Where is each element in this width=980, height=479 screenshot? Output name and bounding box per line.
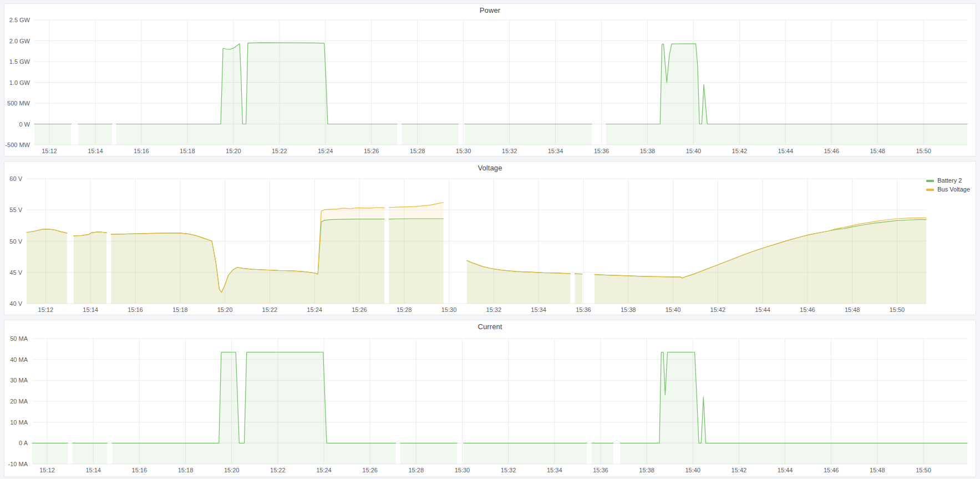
series-area-power [34, 124, 71, 145]
legend-item-battery-2[interactable]: Battery 2 [926, 177, 970, 184]
x-tick-label: 15:40 [686, 148, 702, 154]
y-tick-label: 2.5 GW [9, 17, 31, 23]
panel-title-voltage[interactable]: Voltage [4, 162, 976, 174]
x-tick-label: 15:26 [364, 148, 379, 154]
series-area-bus-voltage [389, 203, 443, 304]
x-tick-label: 15:20 [224, 467, 240, 473]
x-tick-label: 15:48 [870, 467, 885, 473]
x-tick-label: 15:38 [621, 306, 636, 313]
panel-current: Current 50 MA40 MA30 MA20 MA10 MA0 A-10 … [4, 320, 976, 477]
x-tick-label: 15:18 [178, 467, 194, 473]
x-tick-label: 15:42 [732, 148, 748, 154]
x-tick-label: 15:22 [262, 306, 278, 313]
panel-title-power[interactable]: Power [4, 4, 976, 16]
x-tick-label: 15:30 [456, 148, 471, 154]
y-tick-label: 50 V [9, 238, 22, 245]
current-plot[interactable]: 50 MA40 MA30 MA20 MA10 MA0 A-10 MA15:121… [4, 332, 976, 478]
y-tick-label: 40 MA [10, 356, 28, 363]
x-tick-label: 15:48 [845, 306, 860, 313]
y-tick-label: 60 V [9, 175, 22, 182]
panel-title-current[interactable]: Current [4, 320, 976, 332]
x-tick-label: 15:22 [272, 148, 287, 154]
x-tick-label: 15:32 [486, 306, 502, 313]
y-tick-label: 30 MA [10, 377, 28, 384]
y-tick-label: 50 MA [10, 335, 28, 342]
x-tick-label: 15:14 [83, 306, 98, 313]
legend-item-bus-voltage[interactable]: Bus Voltage [926, 186, 970, 193]
voltage-chart[interactable]: 60 V55 V50 V45 V40 V15:1215:1415:1615:18… [4, 174, 976, 316]
x-tick-label: 15:26 [352, 306, 367, 313]
x-tick-label: 15:30 [441, 306, 457, 313]
series-area-bus-voltage [111, 208, 384, 304]
series-area-bus-voltage [74, 232, 106, 304]
y-tick-label: 500 MW [7, 100, 31, 107]
x-tick-label: 15:16 [134, 148, 149, 154]
series-area-current [592, 443, 613, 464]
x-tick-label: 15:12 [38, 306, 54, 313]
x-tick-label: 15:42 [732, 467, 747, 473]
y-tick-label: 2.0 GW [9, 38, 31, 44]
current-chart[interactable]: 50 MA40 MA30 MA20 MA10 MA0 A-10 MA15:121… [4, 332, 976, 478]
x-tick-label: 15:48 [870, 148, 885, 154]
x-tick-label: 15:42 [710, 306, 726, 313]
x-tick-label: 15:40 [685, 467, 700, 473]
power-chart[interactable]: 2.5 GW2.0 GW1.5 GW1.0 GW500 MW0 W-500 MW… [4, 16, 976, 157]
y-tick-label: 10 MA [10, 419, 28, 426]
y-tick-label: -10 MA [8, 461, 28, 467]
voltage-legend: Battery 2Bus Voltage [926, 177, 970, 193]
x-tick-label: 15:16 [128, 306, 143, 313]
x-tick-label: 15:20 [226, 148, 241, 154]
y-tick-label: 40 V [9, 300, 22, 307]
x-tick-label: 15:14 [85, 467, 101, 473]
y-tick-label: -500 MW [5, 142, 30, 148]
y-tick-label: 20 MA [10, 398, 28, 405]
x-tick-label: 15:34 [548, 148, 563, 154]
x-tick-label: 15:24 [316, 467, 332, 473]
x-tick-label: 15:34 [531, 306, 546, 313]
series-area-bus-voltage [467, 260, 571, 304]
x-tick-label: 15:38 [639, 467, 654, 473]
series-area-power [116, 43, 397, 145]
x-tick-label: 15:18 [180, 148, 195, 154]
x-tick-label: 15:36 [576, 306, 591, 313]
series-area-current [400, 443, 457, 464]
x-tick-label: 15:32 [501, 467, 516, 473]
panel-voltage: Voltage 60 V55 V50 V45 V40 V15:1215:1415… [4, 161, 976, 315]
x-tick-label: 15:50 [890, 306, 905, 313]
x-tick-label: 15:46 [800, 306, 815, 313]
series-line-power [606, 44, 967, 124]
series-area-bus-voltage [575, 274, 582, 304]
y-tick-label: 0 A [19, 440, 28, 446]
x-tick-label: 15:40 [666, 306, 681, 313]
series-area-current [112, 352, 395, 464]
series-area-power [402, 124, 458, 145]
voltage-plot[interactable]: 60 V55 V50 V45 V40 V15:1215:1415:1615:18… [4, 174, 976, 316]
series-area-current [620, 352, 967, 464]
x-tick-label: 15:16 [132, 467, 148, 473]
series-area-bus-voltage [27, 229, 67, 304]
series-area-power [465, 124, 592, 145]
x-tick-label: 15:28 [397, 306, 412, 313]
x-tick-label: 15:32 [502, 148, 517, 154]
y-tick-label: 0 W [19, 121, 30, 128]
x-tick-label: 15:44 [778, 148, 794, 154]
legend-swatch [926, 180, 934, 182]
x-tick-label: 15:38 [640, 148, 656, 154]
x-tick-label: 15:14 [88, 148, 103, 154]
power-plot[interactable]: 2.5 GW2.0 GW1.5 GW1.0 GW500 MW0 W-500 MW… [4, 16, 976, 157]
x-tick-label: 15:44 [778, 467, 793, 473]
series-area-power [78, 124, 112, 145]
series-area-power [606, 44, 967, 145]
x-tick-label: 15:24 [318, 148, 333, 154]
y-tick-label: 45 V [9, 269, 22, 276]
legend-label: Bus Voltage [937, 186, 970, 193]
x-tick-label: 15:44 [755, 306, 770, 313]
x-tick-label: 15:46 [824, 467, 839, 473]
x-tick-label: 15:46 [824, 148, 840, 154]
y-tick-label: 1.0 GW [9, 79, 31, 86]
x-tick-label: 15:20 [217, 306, 233, 313]
x-tick-label: 15:26 [362, 467, 378, 473]
series-area-current [464, 443, 587, 464]
x-tick-label: 15:50 [916, 467, 931, 473]
x-tick-label: 15:24 [307, 306, 322, 313]
